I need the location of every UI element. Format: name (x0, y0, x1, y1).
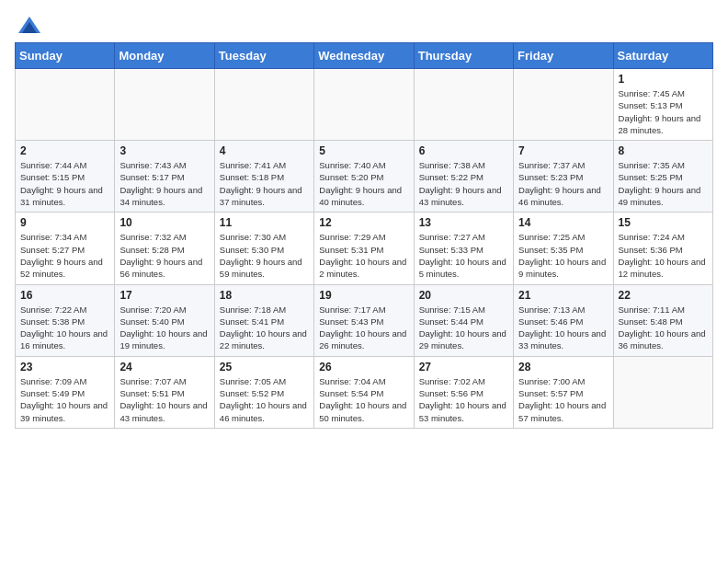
day-info: Sunrise: 7:20 AM Sunset: 5:40 PM Dayligh… (119, 304, 209, 352)
weekday-header-friday: Friday (514, 43, 613, 69)
day-info: Sunrise: 7:15 AM Sunset: 5:44 PM Dayligh… (419, 304, 508, 352)
day-number: 25 (220, 361, 309, 373)
day-info: Sunrise: 7:18 AM Sunset: 5:41 PM Dayligh… (220, 304, 309, 352)
day-number: 12 (319, 216, 408, 229)
calendar-cell: 28Sunrise: 7:00 AM Sunset: 5:57 PM Dayli… (514, 356, 613, 428)
calendar-cell: 19Sunrise: 7:17 AM Sunset: 5:43 PM Dayli… (314, 284, 414, 356)
day-info: Sunrise: 7:17 AM Sunset: 5:43 PM Dayligh… (319, 304, 408, 352)
day-number: 24 (119, 361, 209, 373)
calendar-cell: 2Sunrise: 7:44 AM Sunset: 5:15 PM Daylig… (16, 141, 115, 213)
calendar-cell (115, 69, 214, 141)
weekday-header-thursday: Thursday (414, 43, 513, 69)
day-number: 1 (619, 73, 708, 86)
day-info: Sunrise: 7:38 AM Sunset: 5:22 PM Dayligh… (419, 159, 508, 208)
day-number: 15 (619, 216, 708, 229)
day-info: Sunrise: 7:13 AM Sunset: 5:46 PM Dayligh… (518, 304, 608, 352)
day-info: Sunrise: 7:30 AM Sunset: 5:30 PM Dayligh… (220, 231, 309, 280)
calendar-cell: 7Sunrise: 7:37 AM Sunset: 5:23 PM Daylig… (514, 141, 613, 213)
day-number: 9 (20, 216, 109, 229)
day-number: 26 (319, 361, 408, 373)
calendar-cell: 18Sunrise: 7:18 AM Sunset: 5:41 PM Dayli… (214, 284, 313, 356)
day-number: 23 (20, 361, 109, 373)
weekday-header-tuesday: Tuesday (214, 43, 313, 69)
weekday-header-wednesday: Wednesday (314, 43, 414, 69)
day-info: Sunrise: 7:04 AM Sunset: 5:54 PM Dayligh… (319, 375, 408, 424)
day-number: 14 (518, 216, 608, 229)
day-number: 6 (419, 144, 508, 157)
logo-icon (17, 15, 42, 35)
calendar-week-2: 2Sunrise: 7:44 AM Sunset: 5:15 PM Daylig… (16, 141, 713, 213)
day-info: Sunrise: 7:22 AM Sunset: 5:38 PM Dayligh… (20, 304, 109, 352)
calendar-cell: 20Sunrise: 7:15 AM Sunset: 5:44 PM Dayli… (414, 284, 513, 356)
day-number: 21 (518, 289, 608, 302)
day-info: Sunrise: 7:24 AM Sunset: 5:36 PM Dayligh… (619, 231, 708, 280)
calendar-cell: 15Sunrise: 7:24 AM Sunset: 5:36 PM Dayli… (613, 213, 712, 284)
calendar-cell (613, 356, 712, 428)
calendar-cell: 8Sunrise: 7:35 AM Sunset: 5:25 PM Daylig… (613, 141, 712, 213)
calendar-cell: 3Sunrise: 7:43 AM Sunset: 5:17 PM Daylig… (115, 141, 214, 213)
calendar-cell (314, 69, 414, 141)
calendar-cell: 24Sunrise: 7:07 AM Sunset: 5:51 PM Dayli… (115, 356, 214, 428)
calendar-cell: 9Sunrise: 7:34 AM Sunset: 5:27 PM Daylig… (16, 213, 115, 284)
day-number: 8 (619, 144, 708, 157)
calendar-cell: 13Sunrise: 7:27 AM Sunset: 5:33 PM Dayli… (414, 213, 513, 284)
day-number: 16 (20, 289, 109, 302)
day-number: 3 (119, 144, 209, 157)
calendar-cell: 5Sunrise: 7:40 AM Sunset: 5:20 PM Daylig… (314, 141, 414, 213)
day-number: 11 (220, 216, 309, 229)
day-number: 22 (619, 289, 708, 302)
day-info: Sunrise: 7:25 AM Sunset: 5:35 PM Dayligh… (518, 231, 608, 280)
day-info: Sunrise: 7:43 AM Sunset: 5:17 PM Dayligh… (119, 159, 209, 208)
day-number: 10 (119, 216, 209, 229)
calendar-week-5: 23Sunrise: 7:09 AM Sunset: 5:49 PM Dayli… (16, 356, 713, 428)
calendar-cell: 23Sunrise: 7:09 AM Sunset: 5:49 PM Dayli… (16, 356, 115, 428)
calendar-cell (414, 69, 513, 141)
day-number: 17 (119, 289, 209, 302)
calendar-cell: 12Sunrise: 7:29 AM Sunset: 5:31 PM Dayli… (314, 213, 414, 284)
day-info: Sunrise: 7:44 AM Sunset: 5:15 PM Dayligh… (20, 159, 109, 208)
day-number: 7 (518, 144, 608, 157)
day-info: Sunrise: 7:05 AM Sunset: 5:52 PM Dayligh… (220, 375, 309, 424)
day-number: 28 (518, 361, 608, 373)
day-info: Sunrise: 7:02 AM Sunset: 5:56 PM Dayligh… (419, 375, 508, 424)
calendar-cell: 10Sunrise: 7:32 AM Sunset: 5:28 PM Dayli… (115, 213, 214, 284)
weekday-header-monday: Monday (115, 43, 214, 69)
calendar-week-3: 9Sunrise: 7:34 AM Sunset: 5:27 PM Daylig… (16, 213, 713, 284)
calendar-cell: 14Sunrise: 7:25 AM Sunset: 5:35 PM Dayli… (514, 213, 613, 284)
calendar-cell: 21Sunrise: 7:13 AM Sunset: 5:46 PM Dayli… (514, 284, 613, 356)
day-info: Sunrise: 7:07 AM Sunset: 5:51 PM Dayligh… (119, 375, 209, 424)
calendar-cell: 16Sunrise: 7:22 AM Sunset: 5:38 PM Dayli… (16, 284, 115, 356)
day-number: 20 (419, 289, 508, 302)
day-info: Sunrise: 7:00 AM Sunset: 5:57 PM Dayligh… (518, 375, 608, 424)
calendar-cell: 27Sunrise: 7:02 AM Sunset: 5:56 PM Dayli… (414, 356, 513, 428)
day-number: 18 (220, 289, 309, 302)
day-number: 2 (20, 144, 109, 157)
day-info: Sunrise: 7:34 AM Sunset: 5:27 PM Dayligh… (20, 231, 109, 280)
header (15, 15, 713, 35)
day-info: Sunrise: 7:27 AM Sunset: 5:33 PM Dayligh… (419, 231, 508, 280)
day-number: 13 (419, 216, 508, 229)
calendar-week-4: 16Sunrise: 7:22 AM Sunset: 5:38 PM Dayli… (16, 284, 713, 356)
day-info: Sunrise: 7:32 AM Sunset: 5:28 PM Dayligh… (119, 231, 209, 280)
day-number: 5 (319, 144, 408, 157)
day-info: Sunrise: 7:11 AM Sunset: 5:48 PM Dayligh… (619, 304, 708, 352)
calendar-cell (214, 69, 313, 141)
day-info: Sunrise: 7:29 AM Sunset: 5:31 PM Dayligh… (319, 231, 408, 280)
day-info: Sunrise: 7:40 AM Sunset: 5:20 PM Dayligh… (319, 159, 408, 208)
day-info: Sunrise: 7:35 AM Sunset: 5:25 PM Dayligh… (619, 159, 708, 208)
day-info: Sunrise: 7:41 AM Sunset: 5:18 PM Dayligh… (220, 159, 309, 208)
calendar-cell: 22Sunrise: 7:11 AM Sunset: 5:48 PM Dayli… (613, 284, 712, 356)
weekday-header-sunday: Sunday (16, 43, 115, 69)
calendar-cell (514, 69, 613, 141)
calendar-cell: 17Sunrise: 7:20 AM Sunset: 5:40 PM Dayli… (115, 284, 214, 356)
day-info: Sunrise: 7:45 AM Sunset: 5:13 PM Dayligh… (619, 87, 708, 136)
day-number: 27 (419, 361, 508, 373)
day-info: Sunrise: 7:37 AM Sunset: 5:23 PM Dayligh… (518, 159, 608, 208)
calendar-cell: 26Sunrise: 7:04 AM Sunset: 5:54 PM Dayli… (314, 356, 414, 428)
calendar-cell: 25Sunrise: 7:05 AM Sunset: 5:52 PM Dayli… (214, 356, 313, 428)
calendar-cell (16, 69, 115, 141)
calendar-cell: 4Sunrise: 7:41 AM Sunset: 5:18 PM Daylig… (214, 141, 313, 213)
calendar-header-row: SundayMondayTuesdayWednesdayThursdayFrid… (16, 43, 713, 69)
day-number: 19 (319, 289, 408, 302)
weekday-header-saturday: Saturday (613, 43, 712, 69)
